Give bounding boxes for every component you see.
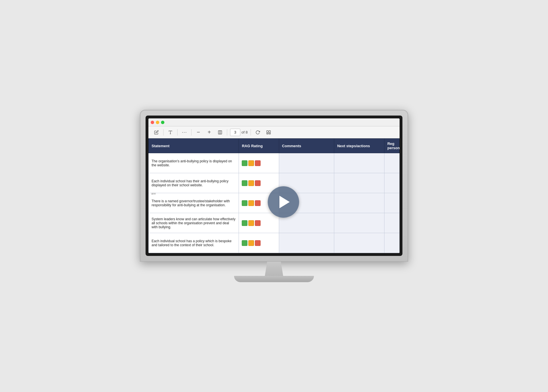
comments-cell <box>279 233 334 253</box>
table-row: Each individual school has a policy whic… <box>149 233 400 253</box>
statement-cell: Each individual school has a policy whic… <box>149 233 239 253</box>
play-overlay <box>268 186 299 218</box>
nextsteps-cell <box>334 193 384 213</box>
rag-red-box[interactable] <box>255 180 261 186</box>
rag-green-box[interactable] <box>242 220 247 226</box>
toolbar-divider-5 <box>251 129 251 136</box>
rag-cell <box>239 153 279 173</box>
reg-cell <box>384 213 400 233</box>
svg-rect-5 <box>267 131 268 133</box>
rag-red-box[interactable] <box>255 220 261 226</box>
monitor-neck <box>263 262 285 276</box>
col-header-reg: Reg person <box>384 139 400 153</box>
comments-cell <box>279 153 334 173</box>
svg-rect-2 <box>218 131 222 134</box>
window-topbar <box>148 118 400 126</box>
rotate-button[interactable] <box>254 128 262 136</box>
rag-orange-box[interactable] <box>248 160 254 166</box>
toolbar-divider-1 <box>163 129 164 136</box>
fit-button[interactable] <box>216 128 224 136</box>
statement-cell: System leaders know and can articulate h… <box>149 213 239 233</box>
rag-green-box[interactable] <box>242 200 247 206</box>
reg-cell <box>384 193 400 213</box>
sidebar-label: are <box>151 192 156 195</box>
monitor-body: ··· − + of 8 <box>140 110 408 262</box>
pencil-icon[interactable] <box>152 128 160 136</box>
reg-cell <box>384 153 400 173</box>
rag-green-box[interactable] <box>242 160 247 166</box>
table-header-row: Statement RAG Rating Comments Next steps… <box>149 139 400 153</box>
play-button[interactable] <box>268 186 299 218</box>
svg-rect-8 <box>269 133 270 134</box>
statement-cell: There is a named governor/trustee/stakeh… <box>149 193 239 213</box>
rag-orange-box[interactable] <box>248 220 254 226</box>
toolbar-divider-4 <box>227 129 227 136</box>
table-row: The organisation's anti-bullying policy … <box>149 153 400 173</box>
rag-orange-box[interactable] <box>248 180 254 186</box>
pdf-toolbar: ··· − + of 8 <box>148 126 400 138</box>
nextsteps-cell <box>334 213 384 233</box>
rag-orange-box[interactable] <box>248 240 254 246</box>
zoom-out-button[interactable]: − <box>194 128 202 136</box>
page-number-input[interactable] <box>230 129 240 136</box>
monitor-base <box>234 276 314 282</box>
window-close-dot[interactable] <box>151 121 154 124</box>
svg-rect-6 <box>269 131 270 133</box>
rag-red-box[interactable] <box>255 160 261 166</box>
screen-inner: ··· − + of 8 <box>148 118 400 253</box>
monitor-wrapper: ··· − + of 8 <box>137 110 411 282</box>
col-header-nextsteps: Next steps/actions <box>334 139 384 153</box>
window-minimize-dot[interactable] <box>156 121 159 124</box>
reg-cell <box>384 173 400 193</box>
rag-cell <box>239 233 279 253</box>
rag-red-box[interactable] <box>255 200 261 206</box>
nextsteps-cell <box>334 173 384 193</box>
statement-cell: Each individual school has their anti-bu… <box>149 173 239 193</box>
page-input-wrapper: of 8 <box>230 129 248 136</box>
rag-orange-box[interactable] <box>248 200 254 206</box>
toolbar-divider-2 <box>177 129 178 136</box>
zoom-in-button[interactable]: + <box>205 128 213 136</box>
pages-view-button[interactable] <box>265 128 273 136</box>
more-options-icon[interactable]: ··· <box>180 128 188 136</box>
rag-green-box[interactable] <box>242 180 247 186</box>
window-maximize-dot[interactable] <box>161 121 164 124</box>
table-wrapper: are Statement RAG Rating Comments Next s… <box>148 138 400 253</box>
col-header-rag: RAG Rating <box>239 139 279 153</box>
svg-rect-7 <box>267 133 268 134</box>
col-header-statement: Statement <box>149 139 239 153</box>
rag-red-box[interactable] <box>255 240 261 246</box>
nextsteps-cell <box>334 233 384 253</box>
rag-green-box[interactable] <box>242 240 247 246</box>
play-triangle-icon <box>279 196 290 208</box>
statement-cell: The organisation's anti-bullying policy … <box>149 153 239 173</box>
page-of-label: of 8 <box>241 130 248 134</box>
text-icon[interactable] <box>166 128 174 136</box>
nextsteps-cell <box>334 153 384 173</box>
reg-cell <box>384 233 400 253</box>
col-header-comments: Comments <box>279 139 334 153</box>
toolbar-divider-3 <box>191 129 192 136</box>
screen-bezel: ··· − + of 8 <box>146 116 402 256</box>
